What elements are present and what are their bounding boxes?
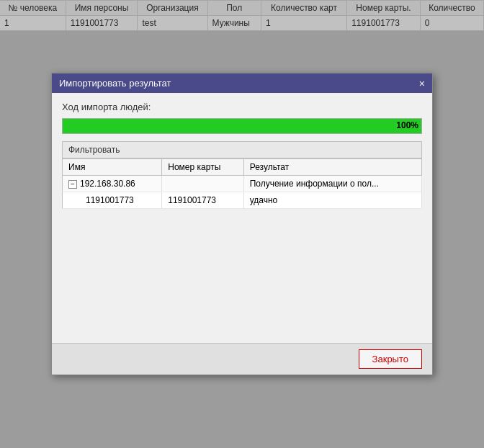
import-progress-label: Ход импорта людей:: [62, 102, 422, 112]
result-table-wrapper: ИмяНомер картыРезультат −192.168.30.86По…: [62, 158, 422, 334]
modal-footer: Закрыто: [52, 343, 432, 375]
result-card-cell: 1191001773: [162, 192, 243, 209]
filter-bar[interactable]: Фильтровать: [62, 141, 422, 158]
list-item: −192.168.30.86Получение информации о пол…: [63, 176, 422, 192]
list-item: 11910017731191001773удачно: [63, 192, 422, 209]
result-col-header: Номер карты: [162, 159, 243, 176]
modal-title: Импортировать результат: [59, 78, 171, 89]
result-col-header: Имя: [63, 159, 162, 176]
result-col-header: Результат: [243, 159, 421, 176]
progress-bar-fill: [63, 119, 421, 133]
result-name-cell: 1191001773: [63, 192, 162, 209]
result-card-cell: [162, 176, 243, 192]
modal-body: Ход импорта людей: 100% Фильтровать ИмяН…: [52, 93, 432, 343]
result-status-cell: Получение информации о пол...: [243, 176, 421, 192]
result-table: ИмяНомер картыРезультат −192.168.30.86По…: [62, 158, 422, 209]
progress-text: 100%: [396, 120, 418, 130]
modal-overlay: Импортировать результат × Ход импорта лю…: [0, 0, 484, 448]
result-name-cell: −192.168.30.86: [63, 176, 162, 192]
collapse-icon[interactable]: −: [68, 180, 77, 189]
close-button[interactable]: Закрыто: [359, 349, 422, 369]
import-modal: Импортировать результат × Ход импорта лю…: [51, 73, 433, 375]
result-status-cell: удачно: [243, 192, 421, 209]
progress-bar-container: 100%: [62, 118, 422, 134]
modal-close-x-button[interactable]: ×: [419, 79, 425, 89]
modal-titlebar: Импортировать результат ×: [52, 73, 432, 93]
filter-label: Фильтровать: [68, 145, 120, 155]
